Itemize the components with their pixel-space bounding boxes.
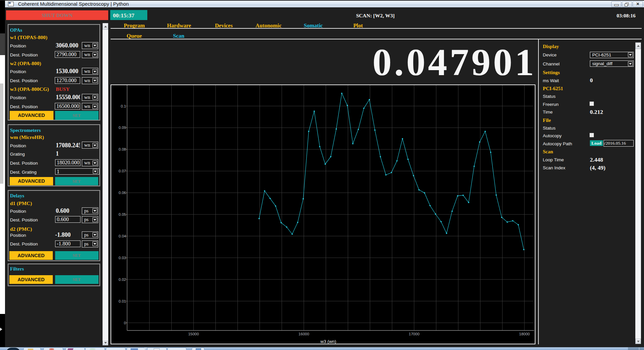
svg-text:17000: 17000 <box>409 332 420 336</box>
svg-text:15000: 15000 <box>188 332 199 336</box>
svg-text:0.08: 0.08 <box>119 147 126 151</box>
svg-text:0.09: 0.09 <box>119 126 126 130</box>
svg-text:0.04: 0.04 <box>119 234 126 238</box>
svg-text:0.07: 0.07 <box>119 169 126 173</box>
svg-text:w3 (wn): w3 (wn) <box>320 339 336 344</box>
svg-text:0.01: 0.01 <box>119 299 126 303</box>
svg-text:0.1: 0.1 <box>121 104 126 108</box>
svg-text:0.05: 0.05 <box>119 212 126 216</box>
svg-text:0.02: 0.02 <box>119 278 126 282</box>
svg-text:16000: 16000 <box>299 332 309 336</box>
svg-text:0.06: 0.06 <box>119 191 126 195</box>
svg-text:0: 0 <box>124 321 126 325</box>
svg-text:18000: 18000 <box>519 332 530 336</box>
svg-text:0.03: 0.03 <box>119 256 126 260</box>
